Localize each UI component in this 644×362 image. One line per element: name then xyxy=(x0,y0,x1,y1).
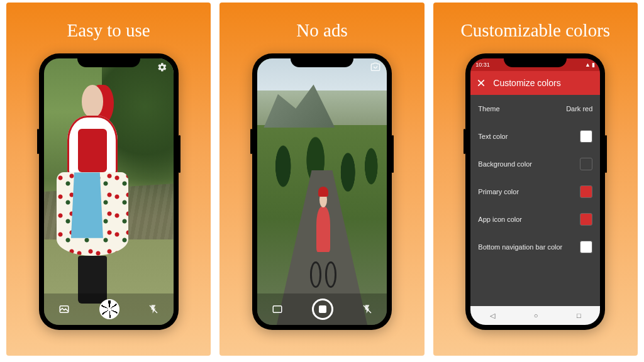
panel-title: No ads xyxy=(296,20,347,41)
video-controls xyxy=(257,293,387,325)
promo-panel-noads: No ads xyxy=(219,3,424,356)
phone-notch xyxy=(77,53,140,67)
phone-notch xyxy=(504,53,567,67)
phone-screen xyxy=(257,58,387,325)
settings-icon[interactable] xyxy=(157,62,167,72)
phone-notch xyxy=(291,53,353,67)
status-time: 10:31 xyxy=(475,62,490,68)
camera-viewfinder xyxy=(44,58,174,325)
phone-screen xyxy=(44,58,174,325)
video-viewfinder xyxy=(257,58,387,325)
setting-label: Background color xyxy=(478,160,532,168)
color-swatch[interactable] xyxy=(580,241,592,253)
setting-theme[interactable]: Theme Dark red xyxy=(478,95,592,123)
phone-screen: 10:31 ▲ ▮ Customize colors Theme Dark re… xyxy=(470,58,600,325)
setting-text-color[interactable]: Text color xyxy=(478,123,592,150)
panel-title: Easy to use xyxy=(67,20,150,41)
close-icon[interactable] xyxy=(477,79,486,87)
gallery-icon[interactable] xyxy=(58,304,70,315)
android-nav-bar: ◁ ○ □ xyxy=(470,306,600,325)
flash-off-icon[interactable] xyxy=(148,304,158,314)
promo-panel-colors: Customizable colors 10:31 ▲ ▮ Customize … xyxy=(433,3,638,356)
home-icon[interactable]: ○ xyxy=(534,312,538,319)
color-swatch[interactable] xyxy=(580,213,592,226)
flash-off-icon[interactable] xyxy=(362,304,372,314)
settings-screen: 10:31 ▲ ▮ Customize colors Theme Dark re… xyxy=(470,58,600,325)
phone-mockup xyxy=(39,53,179,330)
subject-person xyxy=(57,85,128,304)
setting-primary-color[interactable]: Primary color xyxy=(478,178,592,206)
phone-mockup xyxy=(252,53,392,330)
svg-rect-2 xyxy=(273,306,282,313)
setting-label: Primary color xyxy=(478,188,519,195)
back-icon[interactable]: ◁ xyxy=(490,312,495,320)
subject-cyclist xyxy=(306,187,340,288)
header-title: Customize colors xyxy=(493,78,560,88)
color-swatch[interactable] xyxy=(580,130,592,143)
gallery-icon[interactable] xyxy=(272,304,283,315)
settings-header: Customize colors xyxy=(470,71,600,95)
setting-label: App icon color xyxy=(478,216,522,223)
setting-label: Text color xyxy=(478,133,508,140)
setting-label: Theme xyxy=(478,105,499,112)
setting-label: Bottom navigation bar color xyxy=(478,243,562,251)
color-swatch[interactable] xyxy=(580,158,592,170)
setting-background-color[interactable]: Background color xyxy=(478,150,592,178)
settings-list: Theme Dark red Text color Background col… xyxy=(470,95,600,306)
shutter-button[interactable] xyxy=(99,299,119,319)
setting-app-icon-color[interactable]: App icon color xyxy=(478,206,592,233)
switch-camera-icon[interactable] xyxy=(370,62,380,72)
stop-record-button[interactable] xyxy=(312,299,333,320)
recents-icon[interactable]: □ xyxy=(577,312,581,319)
setting-value: Dark red xyxy=(566,105,592,112)
status-icons: ▲ ▮ xyxy=(585,62,595,68)
setting-bottom-nav-color[interactable]: Bottom navigation bar color xyxy=(478,233,592,261)
camera-controls xyxy=(44,293,174,325)
promo-panel-easy: Easy to use xyxy=(6,3,211,356)
phone-mockup: 10:31 ▲ ▮ Customize colors Theme Dark re… xyxy=(465,53,605,330)
panel-title: Customizable colors xyxy=(461,20,611,41)
color-swatch[interactable] xyxy=(580,185,592,198)
